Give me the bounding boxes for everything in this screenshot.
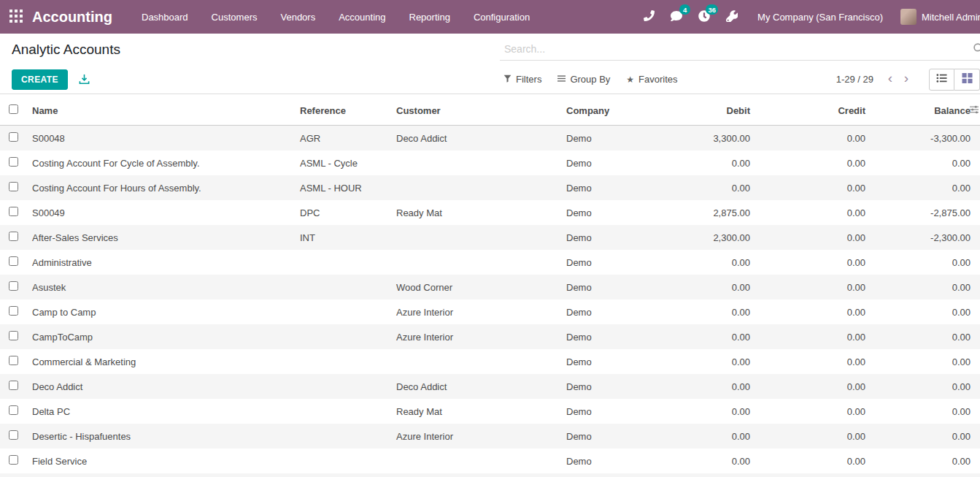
view-switcher [929,69,980,91]
pager-next-button[interactable]: › [898,72,914,87]
menu-configuration[interactable]: Configuration [462,0,541,34]
column-header-company[interactable]: Company [563,94,644,126]
table-header-row: Name Reference Customer Company Debit Cr… [0,94,980,126]
app-name[interactable]: Accounting [32,9,112,26]
table-row[interactable]: Internal Demo 0.00 0.00 0.00 [0,473,980,477]
user-menu[interactable]: Mitchell Admin [895,0,980,34]
pager-range[interactable]: 1-29 / 29 [836,74,873,85]
cell-balance: 0.00 [868,250,980,275]
cell-company: Demo [563,399,644,424]
row-checkbox[interactable] [9,455,18,465]
row-checkbox[interactable] [9,207,18,216]
cell-credit: 0.00 [753,275,868,299]
cell-reference [297,275,393,299]
row-select-cell [0,200,26,225]
user-avatar [900,9,917,25]
cell-debit: 0.00 [644,473,753,477]
menu-vendors[interactable]: Vendors [269,0,327,34]
row-checkbox[interactable] [9,405,18,415]
cell-debit: 0.00 [644,175,753,200]
row-checkbox[interactable] [9,232,18,241]
table-row[interactable]: Administrative Demo 0.00 0.00 0.00 [0,250,980,275]
kanban-view-button[interactable] [954,69,980,91]
row-select-cell [0,349,26,374]
table-row[interactable]: S00048 AGR Deco Addict Demo 3,300.00 0.0… [0,126,980,151]
cell-company: Demo [563,349,644,374]
list-view-button[interactable] [929,69,954,91]
table-row[interactable]: After-Sales Services INT Demo 2,300.00 0… [0,225,980,250]
column-header-customer[interactable]: Customer [393,94,563,126]
cell-debit: 0.00 [644,349,753,374]
cell-customer [393,473,563,477]
cell-balance: 0.00 [868,175,980,200]
cell-debit: 0.00 [644,250,753,275]
cell-reference [297,399,393,424]
optional-columns-icon[interactable] [970,105,979,114]
row-checkbox[interactable] [9,430,18,440]
search-icon[interactable] [973,42,980,55]
row-checkbox[interactable] [9,281,18,291]
row-checkbox[interactable] [9,356,18,365]
create-button[interactable]: CREATE [12,69,68,90]
cell-credit: 0.00 [753,349,868,374]
row-checkbox[interactable] [9,381,18,390]
table-row[interactable]: S00049 DPC Ready Mat Demo 2,875.00 0.00 … [0,200,980,225]
cell-company: Demo [563,126,644,151]
table-row[interactable]: Costing Account For Cycle of Assembly. A… [0,150,980,175]
row-select-cell [0,374,26,399]
search-input[interactable] [500,38,980,60]
table-row[interactable]: Delta PC Ready Mat Demo 0.00 0.00 0.00 [0,399,980,424]
row-checkbox[interactable] [9,306,18,316]
cell-balance: 0.00 [868,473,980,477]
table-row[interactable]: Deco Addict Deco Addict Demo 0.00 0.00 0… [0,374,980,399]
cell-customer: Azure Interior [393,324,563,349]
filter-funnel-icon [503,74,512,85]
table-row[interactable]: CampToCamp Azure Interior Demo 0.00 0.00… [0,324,980,349]
menu-dashboard[interactable]: Dashboard [130,0,200,34]
messages-button[interactable]: 4 [663,0,690,34]
column-header-debit[interactable]: Debit [644,94,753,126]
select-all-checkbox[interactable] [9,104,18,114]
cell-company: Demo [563,275,644,299]
column-header-name[interactable]: Name [26,94,297,126]
apps-menu-button[interactable] [0,0,32,34]
menu-customers[interactable]: Customers [200,0,269,34]
cell-customer: Ready Mat [393,200,563,225]
activities-button[interactable]: 36 [690,0,718,34]
column-header-credit[interactable]: Credit [753,94,868,126]
row-checkbox[interactable] [9,182,18,191]
filters-button[interactable]: Filters [503,74,541,85]
group-by-button[interactable]: Group By [557,74,610,85]
column-header-balance[interactable]: Balance [868,94,980,126]
export-icon[interactable] [79,74,90,85]
column-header-reference[interactable]: Reference [297,94,393,126]
menu-accounting[interactable]: Accounting [327,0,397,34]
pager-and-views: 1-29 / 29 ‹ › [836,69,980,91]
support-tools-button[interactable] [718,0,746,34]
table-row[interactable]: Costing Account For Hours of Assembly. A… [0,175,980,200]
cell-customer [393,150,563,175]
table-row[interactable]: Camp to Camp Azure Interior Demo 0.00 0.… [0,299,980,324]
control-panel-bottom: CREATE Filters Group By ★ Favorites 1-29… [0,65,980,94]
cell-balance: 0.00 [868,324,980,349]
menu-reporting[interactable]: Reporting [398,0,462,34]
select-all-cell [0,94,26,126]
cell-customer [393,175,563,200]
cell-company: Demo [563,150,644,175]
table-row[interactable]: Desertic - Hispafuentes Azure Interior D… [0,424,980,449]
list-view-icon [936,73,947,85]
voip-button[interactable] [636,0,663,34]
table-row[interactable]: Field Service Demo 0.00 0.00 0.00 [0,449,980,473]
row-checkbox[interactable] [9,331,18,340]
company-switcher[interactable]: My Company (San Francisco) [746,0,895,34]
table-row[interactable]: Asustek Wood Corner Demo 0.00 0.00 0.00 [0,275,980,299]
favorites-button[interactable]: ★ Favorites [626,74,677,85]
control-panel-top: Analytic Accounts [0,34,980,65]
row-checkbox[interactable] [9,256,18,266]
table-row[interactable]: Commercial & Marketing Demo 0.00 0.00 0.… [0,349,980,374]
cell-credit: 0.00 [753,175,868,200]
cell-company: Demo [563,449,644,473]
row-checkbox[interactable] [9,132,18,142]
pager-previous-button[interactable]: ‹ [882,72,898,87]
row-checkbox[interactable] [9,157,18,167]
